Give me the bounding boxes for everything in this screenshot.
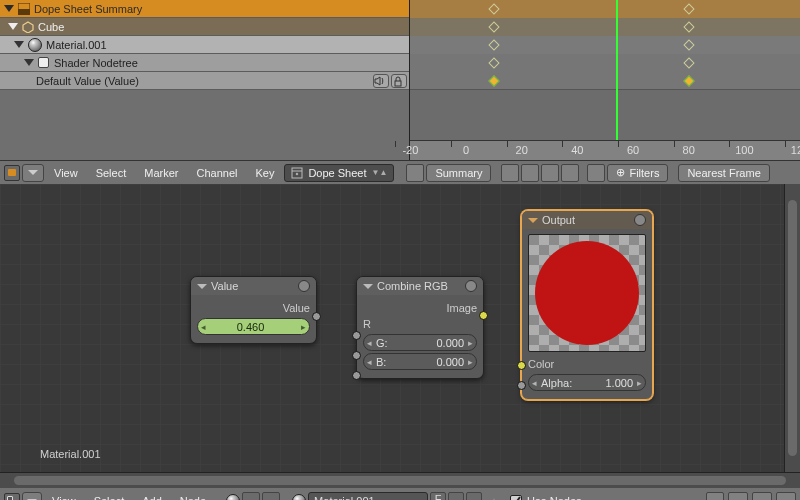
summary-icon bbox=[18, 3, 30, 15]
unlink-material-button[interactable] bbox=[466, 492, 482, 500]
shader-type-material-icon[interactable] bbox=[226, 494, 240, 500]
menu-node[interactable]: Node bbox=[172, 495, 214, 500]
node-color-icon[interactable] bbox=[298, 280, 310, 292]
cursor-icon[interactable] bbox=[501, 164, 519, 182]
dope-sheet-channel-tree: Dope Sheet Summary Cube Material.001 Sha… bbox=[0, 0, 410, 160]
shader-type-world-icon[interactable] bbox=[242, 492, 260, 500]
node-title: Combine RGB bbox=[377, 280, 448, 292]
ghost-button[interactable] bbox=[406, 164, 424, 182]
dope-sheet-graph[interactable]: 54 -20020406080100120 bbox=[410, 0, 800, 160]
copy-nodes-button[interactable] bbox=[752, 492, 772, 500]
menu-view[interactable]: View bbox=[46, 167, 86, 179]
value-slider[interactable]: ◂0.460▸ bbox=[197, 318, 310, 335]
filters-button[interactable]: ⊕Filters bbox=[607, 164, 668, 182]
expand-icon[interactable] bbox=[4, 5, 14, 12]
b-slider[interactable]: ◂B:0.000▸ bbox=[363, 353, 477, 370]
vertical-scrollbar[interactable] bbox=[784, 184, 800, 472]
dope-sheet-editor: Dope Sheet Summary Cube Material.001 Sha… bbox=[0, 0, 800, 160]
menu-marker[interactable]: Marker bbox=[136, 167, 186, 179]
use-nodes-label: Use Nodes bbox=[527, 495, 581, 500]
node-title: Output bbox=[542, 214, 575, 226]
node-header[interactable]: Value bbox=[191, 277, 316, 295]
editor-type-icon[interactable] bbox=[4, 165, 20, 181]
graph-row bbox=[410, 0, 800, 18]
node-header[interactable]: Combine RGB bbox=[357, 277, 483, 295]
alpha-slider[interactable]: ◂Alpha:1.000▸ bbox=[528, 374, 646, 391]
dope-mode-dropdown[interactable]: Dope Sheet ▼▲ bbox=[284, 164, 394, 182]
node-combine-rgb[interactable]: Combine RGB Image R ◂G:0.000▸ ◂B:0.000▸ bbox=[356, 276, 484, 379]
node-value[interactable]: Value Value ◂0.460▸ bbox=[190, 276, 317, 344]
g-slider[interactable]: ◂G:0.000▸ bbox=[363, 334, 477, 351]
summary-toggle[interactable]: Summary bbox=[426, 164, 491, 182]
material-datablock-field[interactable]: Material.001 bbox=[308, 492, 428, 500]
dope-channel-row[interactable]: Default Value (Value) bbox=[0, 72, 409, 90]
mute-channel-button[interactable] bbox=[373, 74, 389, 88]
lock-icon bbox=[392, 75, 404, 87]
horizontal-scrollbar[interactable] bbox=[0, 472, 800, 488]
backdrop-button[interactable] bbox=[706, 492, 724, 500]
socket-input-color[interactable] bbox=[517, 361, 526, 370]
socket-output-value[interactable] bbox=[312, 312, 321, 321]
menu-view[interactable]: View bbox=[44, 495, 84, 500]
menu-select[interactable]: Select bbox=[88, 167, 135, 179]
playhead[interactable]: 54 bbox=[616, 0, 618, 160]
add-material-button[interactable] bbox=[448, 492, 464, 500]
graph-row bbox=[410, 54, 800, 72]
expand-icon[interactable] bbox=[24, 59, 34, 66]
node-color-icon[interactable] bbox=[465, 280, 477, 292]
node-editor-header: View Select Add Node Material.001 F Use … bbox=[0, 488, 800, 500]
socket-input-r[interactable] bbox=[352, 331, 361, 340]
collapse-menus-button[interactable] bbox=[22, 492, 42, 500]
dope-sheet-header: View Select Marker Channel Key Dope Shee… bbox=[0, 160, 800, 184]
nodetree-icon bbox=[38, 57, 49, 68]
object-icon bbox=[22, 21, 34, 33]
socket-input-alpha[interactable] bbox=[517, 381, 526, 390]
menu-channel[interactable]: Channel bbox=[188, 167, 245, 179]
snap-button[interactable] bbox=[728, 492, 748, 500]
graph-row bbox=[410, 36, 800, 54]
socket-input-g[interactable] bbox=[352, 351, 361, 360]
menu-add[interactable]: Add bbox=[134, 495, 170, 500]
menu-key[interactable]: Key bbox=[247, 167, 282, 179]
lock-channel-button[interactable] bbox=[391, 74, 407, 88]
fake-user-button[interactable]: F bbox=[430, 492, 446, 500]
node-breadcrumb: Material.001 bbox=[40, 448, 101, 460]
socket-label: Color bbox=[528, 358, 554, 370]
dope-object-row[interactable]: Cube bbox=[0, 18, 409, 36]
node-header[interactable]: Output bbox=[522, 211, 652, 229]
node-color-icon[interactable] bbox=[634, 214, 646, 226]
menu-select[interactable]: Select bbox=[86, 495, 133, 500]
node-editor[interactable]: Value Value ◂0.460▸ Combine RGB Image R … bbox=[0, 184, 800, 472]
filter-fcurve-icon[interactable] bbox=[587, 164, 605, 182]
socket-output-image[interactable] bbox=[479, 311, 488, 320]
socket-input-b[interactable] bbox=[352, 371, 361, 380]
datablock-material-icon bbox=[292, 494, 306, 500]
collapse-menus-button[interactable] bbox=[22, 164, 44, 182]
value-readout: 0.460 bbox=[204, 321, 303, 333]
dope-material-row[interactable]: Material.001 bbox=[0, 36, 409, 54]
expand-icon[interactable] bbox=[8, 23, 18, 30]
dope-summary-row[interactable]: Dope Sheet Summary bbox=[0, 0, 409, 18]
svg-rect-6 bbox=[296, 172, 299, 175]
editor-type-icon[interactable] bbox=[4, 493, 20, 500]
dope-mode-label: Dope Sheet bbox=[308, 167, 366, 179]
shader-type-lamp-icon[interactable] bbox=[262, 492, 280, 500]
speaker-icon bbox=[374, 75, 386, 87]
node-output[interactable]: Output Color ◂Alpha:1.000▸ bbox=[521, 210, 653, 400]
svg-rect-1 bbox=[18, 9, 30, 15]
snap-mode-dropdown[interactable]: Nearest Frame bbox=[678, 164, 769, 182]
expand-icon[interactable] bbox=[14, 41, 24, 48]
graph-row bbox=[410, 18, 800, 36]
frame-ruler[interactable]: -20020406080100120 bbox=[410, 140, 800, 160]
dope-shader-row[interactable]: Shader Nodetree bbox=[0, 54, 409, 72]
summary-label: Dope Sheet Summary bbox=[34, 3, 142, 15]
channel-label: Default Value (Value) bbox=[36, 75, 139, 87]
paste-nodes-button[interactable] bbox=[776, 492, 796, 500]
filter-errors-icon[interactable] bbox=[561, 164, 579, 182]
output-preview bbox=[528, 234, 646, 352]
filter-selected-icon[interactable] bbox=[521, 164, 539, 182]
use-nodes-checkbox[interactable] bbox=[510, 495, 522, 500]
svg-marker-2 bbox=[23, 22, 33, 33]
filter-hidden-icon[interactable] bbox=[541, 164, 559, 182]
dopesheet-icon bbox=[291, 167, 303, 179]
